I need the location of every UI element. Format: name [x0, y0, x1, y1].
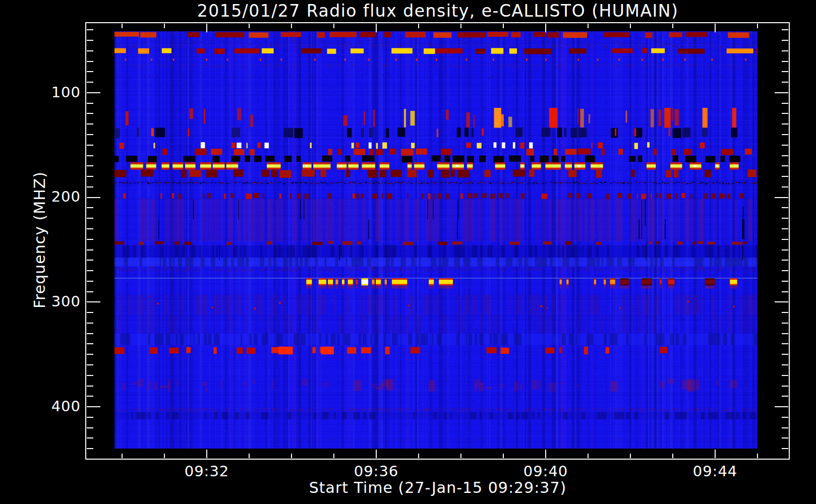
plot-title: 2015/01/27 Radio flux density, e-CALLIST… — [86, 1, 790, 21]
x-axis-tick-top — [164, 24, 165, 28]
y-axis-tick-left — [87, 155, 93, 156]
y-axis-tick-right — [782, 103, 788, 104]
y-axis-tick-right — [775, 197, 788, 198]
y-axis-tick-left — [87, 354, 93, 355]
x-axis-tick-bottom — [291, 454, 292, 458]
y-axis-tick-left — [87, 113, 93, 114]
x-tick-label-0940: 09:40 — [505, 463, 586, 480]
x-axis-tick-top — [672, 24, 673, 28]
x-axis-tick-bottom — [164, 454, 165, 458]
x-axis-tick-bottom — [757, 454, 758, 458]
x-tick-label-0936: 09:36 — [336, 463, 417, 480]
y-axis-tick-left — [87, 40, 93, 41]
x-axis-tick-top — [206, 24, 207, 32]
x-axis-tick-top — [249, 24, 250, 28]
y-axis-tick-right — [782, 186, 788, 187]
x-axis-tick-top — [545, 24, 546, 32]
y-axis-tick-right — [782, 417, 788, 418]
y-axis-tick-left — [87, 291, 93, 292]
y-axis-tick-right — [782, 375, 788, 376]
y-axis-tick-right — [782, 312, 788, 313]
y-axis-tick-left — [87, 249, 93, 250]
y-axis-tick-left — [87, 364, 93, 365]
y-axis-tick-left — [87, 312, 93, 313]
x-axis-tick-top — [376, 24, 377, 32]
x-axis-tick-top — [122, 24, 123, 28]
x-axis-tick-bottom — [376, 450, 377, 458]
y-axis-tick-right — [782, 386, 788, 387]
x-axis-tick-bottom — [206, 450, 207, 458]
y-axis-tick-right — [782, 82, 788, 83]
y-axis-tick-right — [782, 176, 788, 177]
x-tick-label-0944: 09:44 — [675, 463, 755, 480]
y-axis-tick-right — [782, 71, 788, 72]
y-axis-tick-right — [782, 145, 788, 146]
y-axis-tick-right — [782, 396, 788, 397]
y-axis-tick-right — [782, 364, 788, 365]
y-axis-tick-left — [87, 427, 93, 428]
y-axis-tick-right — [782, 50, 788, 51]
y-axis-tick-right — [782, 228, 788, 229]
y-axis-tick-right — [782, 218, 788, 219]
y-axis-tick-left — [87, 301, 100, 302]
x-axis-tick-top — [418, 24, 419, 28]
x-axis-tick-top — [630, 24, 631, 28]
y-axis-tick-right — [782, 249, 788, 250]
y-axis-tick-left — [87, 437, 93, 438]
y-axis-tick-right — [775, 92, 788, 93]
x-axis-tick-top — [588, 24, 589, 28]
y-axis-tick-left — [87, 448, 93, 449]
y-axis-tick-right — [775, 406, 788, 407]
y-axis-tick-right — [782, 343, 788, 344]
y-axis-tick-left — [87, 333, 93, 334]
y-axis-tick-right — [782, 270, 788, 271]
x-axis-tick-bottom — [503, 454, 504, 458]
y-axis-tick-left — [87, 270, 93, 271]
x-axis-tick-bottom — [333, 454, 334, 458]
y-axis-tick-left — [87, 228, 93, 229]
y-axis-tick-right — [782, 123, 788, 124]
y-axis-tick-left — [87, 386, 93, 387]
y-axis-tick-right — [782, 323, 788, 324]
y-axis-tick-left — [87, 343, 93, 344]
y-axis-tick-left — [87, 50, 93, 51]
x-axis-tick-top — [715, 24, 716, 32]
y-axis-tick-left — [87, 323, 93, 324]
y-axis-tick-left — [87, 218, 93, 219]
y-axis-tick-left — [87, 239, 93, 240]
y-axis-tick-right — [782, 448, 788, 449]
x-tick-label-0932: 09:32 — [166, 463, 247, 480]
y-axis-tick-right — [782, 260, 788, 261]
y-axis-tick-left — [87, 176, 93, 177]
y-axis-tick-left — [87, 103, 93, 104]
y-axis-tick-right — [782, 40, 788, 41]
x-axis-tick-top — [333, 24, 334, 28]
y-axis-tick-right — [782, 113, 788, 114]
x-axis-tick-bottom — [122, 454, 123, 458]
y-axis-tick-right — [782, 29, 788, 30]
x-axis-tick-bottom — [460, 454, 461, 458]
y-axis-tick-left — [87, 375, 93, 376]
x-axis-title: Start Time (27-Jan-15 09:29:37) — [86, 479, 790, 496]
y-axis-tick-left — [87, 197, 100, 198]
y-axis-tick-right — [782, 281, 788, 282]
y-axis-tick-right — [782, 165, 788, 166]
x-axis-tick-bottom — [672, 454, 673, 458]
y-axis-tick-left — [87, 82, 93, 83]
y-axis-tick-right — [775, 301, 788, 302]
x-axis-tick-top — [503, 24, 504, 28]
y-axis-tick-right — [782, 427, 788, 428]
y-axis-tick-right — [782, 155, 788, 156]
y-axis-tick-left — [87, 71, 93, 72]
y-axis-tick-left — [87, 134, 93, 135]
y-axis-tick-left — [87, 29, 93, 30]
y-axis-tick-right — [782, 333, 788, 334]
x-axis-tick-bottom — [418, 454, 419, 458]
y-tick-label-400: 400 — [10, 398, 81, 415]
plot-frame — [85, 22, 790, 460]
y-axis-tick-left — [87, 186, 93, 187]
y-axis-tick-right — [782, 437, 788, 438]
x-axis-tick-top — [460, 24, 461, 28]
y-axis-tick-right — [782, 207, 788, 208]
x-axis-tick-bottom — [588, 454, 589, 458]
